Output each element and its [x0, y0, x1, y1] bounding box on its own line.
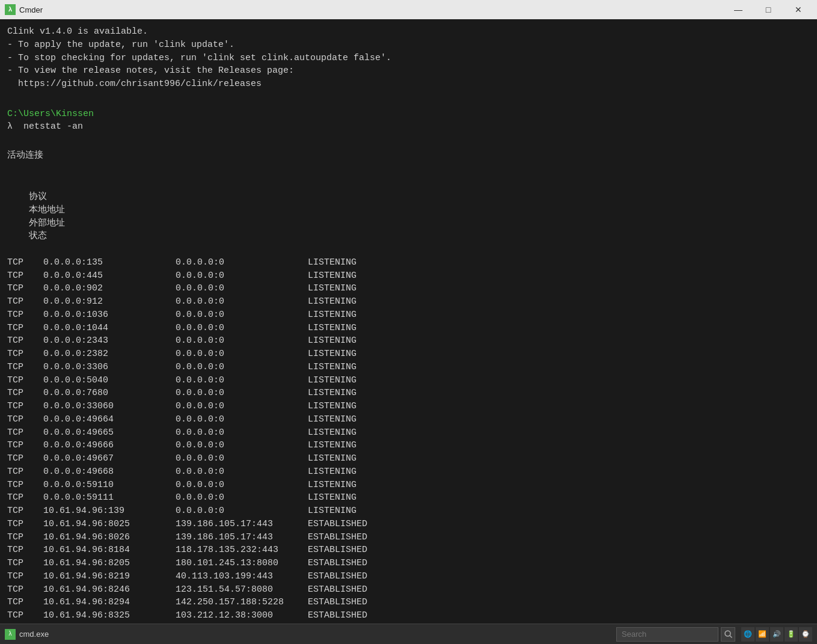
table-row: TCP10.61.94.96:8025139.186.105.17:443EST…: [7, 518, 810, 531]
maximize-button[interactable]: □: [754, 0, 782, 19]
table-row: TCP0.0.0.0:76800.0.0.0:0LISTENING: [7, 387, 810, 400]
svg-line-1: [730, 636, 732, 638]
col-remote-header: 外部地址: [29, 217, 161, 230]
table-row: TCP0.0.0.0:9120.0.0.0:0LISTENING: [7, 295, 810, 308]
statusbar-icon-label: λ: [8, 631, 12, 637]
sys-icon-3[interactable]: 🔊: [770, 627, 783, 642]
table-row: TCP0.0.0.0:9020.0.0.0:0LISTENING: [7, 282, 810, 295]
table-row: TCP0.0.0.0:50400.0.0.0:0LISTENING: [7, 374, 810, 387]
section-title: 活动连接: [7, 149, 810, 162]
sys-icon-1[interactable]: 🌐: [741, 627, 754, 642]
sys-tray-icons: 🌐 📶 🔊 🔋 ⌚: [741, 627, 812, 642]
clink-line4: - To view the release notes, visit the R…: [7, 64, 810, 78]
table-row: TCP0.0.0.0:496650.0.0.0:0LISTENING: [7, 426, 810, 440]
app-icon: λ: [5, 4, 16, 15]
table-row: TCP0.0.0.0:496670.0.0.0:0LISTENING: [7, 452, 810, 465]
table-rows: TCP0.0.0.0:1350.0.0.0:0LISTENINGTCP0.0.0…: [7, 256, 810, 622]
sys-icon-5[interactable]: ⌚: [799, 627, 812, 642]
table-header: 协议 本地地址 外部地址 状态: [7, 177, 810, 256]
table-row: TCP0.0.0.0:4450.0.0.0:0LISTENING: [7, 269, 810, 283]
titlebar: λ Cmder — □ ✕: [0, 0, 817, 19]
terminal-window: Clink v1.4.0 is available. - To apply th…: [0, 19, 817, 624]
titlebar-left: λ Cmder: [5, 4, 43, 15]
table-row: TCP0.0.0.0:591100.0.0.0:0LISTENING: [7, 479, 810, 492]
table-row: TCP0.0.0.0:10440.0.0.0:0LISTENING: [7, 322, 810, 335]
table-row: TCP10.61.94.96:8246123.151.54.57:8080EST…: [7, 583, 810, 596]
statusbar-right: 🌐 📶 🔊 🔋 ⌚: [616, 627, 812, 642]
lambda-symbol: λ: [7, 121, 13, 132]
command-line: λ netstat -an: [7, 120, 810, 133]
table-row: TCP10.61.94.96:8294142.250.157.188:5228E…: [7, 596, 810, 609]
sys-icon-4[interactable]: 🔋: [785, 627, 798, 642]
clink-line3: - To stop checking for updates, run 'cli…: [7, 52, 810, 65]
table-row: TCP10.61.94.96:8184118.178.135.232:443ES…: [7, 544, 810, 557]
close-button[interactable]: ✕: [785, 0, 812, 19]
table-row: TCP10.61.94.96:8205180.101.245.13:8080ES…: [7, 557, 810, 570]
clink-line2: - To apply the update, run 'clink update…: [7, 38, 810, 52]
statusbar-left: λ cmd.exe: [5, 629, 49, 640]
table-row: TCP10.61.94.96:821940.113.103.199:443EST…: [7, 570, 810, 583]
table-row: TCP0.0.0.0:1350.0.0.0:0LISTENING: [7, 256, 810, 269]
table-row: TCP0.0.0.0:23430.0.0.0:0LISTENING: [7, 334, 810, 348]
table-row: TCP10.61.94.96:8325103.212.12.38:3000EST…: [7, 609, 810, 622]
svg-point-0: [725, 631, 730, 636]
statusbar: λ cmd.exe 🌐 📶 🔊 🔋 ⌚: [0, 624, 817, 644]
app-icon-label: λ: [8, 6, 13, 13]
table-row: TCP0.0.0.0:33060.0.0.0:0LISTENING: [7, 361, 810, 374]
table-row: TCP0.0.0.0:591110.0.0.0:0LISTENING: [7, 491, 810, 504]
table-row: TCP10.61.94.96:8026139.186.105.17:443EST…: [7, 531, 810, 544]
table-row: TCP0.0.0.0:10360.0.0.0:0LISTENING: [7, 308, 810, 322]
clink-line5: https://github.com/chrisant996/clink/rel…: [7, 78, 810, 91]
titlebar-controls: — □ ✕: [724, 0, 812, 19]
table-row: TCP10.61.94.96:1390.0.0.0:0LISTENING: [7, 504, 810, 518]
minimize-button[interactable]: —: [724, 0, 752, 19]
table-row: TCP0.0.0.0:496680.0.0.0:0LISTENING: [7, 465, 810, 479]
table-row: TCP0.0.0.0:496660.0.0.0:0LISTENING: [7, 439, 810, 452]
table-row: TCP0.0.0.0:496640.0.0.0:0LISTENING: [7, 413, 810, 426]
sys-icon-2[interactable]: 📶: [756, 627, 769, 642]
search-input[interactable]: [616, 627, 718, 642]
statusbar-app-icon: λ: [5, 629, 16, 640]
col-state-header: 状态: [29, 231, 47, 241]
col-local-header: 本地地址: [29, 204, 161, 217]
prompt-path: C:\Users\Kinssen: [7, 108, 810, 121]
search-button[interactable]: [721, 627, 735, 642]
table-row: TCP0.0.0.0:23820.0.0.0:0LISTENING: [7, 348, 810, 361]
titlebar-title: Cmder: [19, 5, 43, 14]
table-row: TCP0.0.0.0:330600.0.0.0:0LISTENING: [7, 400, 810, 413]
clink-line1: Clink v1.4.0 is available.: [7, 25, 810, 38]
command-text: netstat -an: [23, 121, 83, 132]
col-proto-header: 协议: [29, 191, 65, 204]
statusbar-app-name: cmd.exe: [19, 630, 49, 639]
